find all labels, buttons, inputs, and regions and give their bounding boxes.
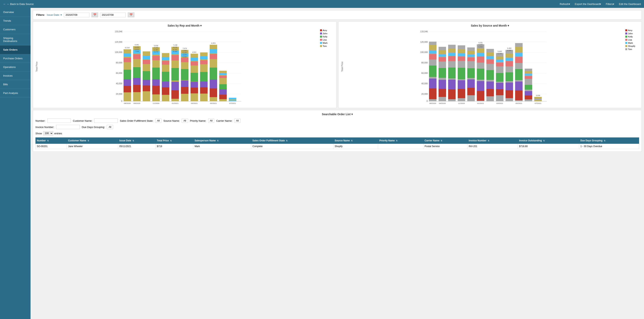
to-date-calendar-button[interactable]: 📅 [128,12,134,17]
legend-amy: Amy [320,29,334,31]
col-fulfillment-state[interactable]: Sales Order Fulfillment State ⇅ [251,138,334,144]
col-total-price[interactable]: Total Price ⇅ [156,138,193,144]
svg-rect-65 [172,90,179,99]
legend-amy-dot [320,29,322,31]
col-carrier-name[interactable]: Carrier Name ⇅ [423,138,468,144]
to-date-input[interactable] [100,12,126,17]
svg-rect-110 [219,84,227,90]
svg-text:100,000: 100,000 [115,51,122,53]
source-name-filter-button[interactable]: All [182,119,188,123]
svg-text:4,901: 4,901 [211,42,216,44]
sort-due-icon[interactable]: ⇅ [604,140,606,142]
sort-salesperson-icon[interactable]: ⇅ [217,140,218,142]
svg-rect-108 [219,73,227,75]
date-filter-label[interactable]: Issue Date: ▾ [47,13,62,16]
svg-rect-74 [181,58,188,62]
svg-text:7,596: 7,596 [135,50,139,52]
col-issue-date[interactable]: Issue Date ⇅ [118,138,156,144]
svg-rect-170 [467,68,475,78]
sort-number-icon[interactable]: ⇅ [47,140,49,142]
svg-rect-227 [524,95,532,99]
edit-button[interactable]: Edit the Dashboard [619,2,641,5]
svg-rect-153 [448,56,456,61]
chart1-container: Sales by Rep and Month ▾ Total Price 133… [33,21,336,108]
sort-carrier-icon[interactable]: ⇅ [441,140,442,142]
svg-text:120,000: 120,000 [420,41,428,43]
sort-source-icon[interactable]: ⇅ [351,140,352,142]
svg-text:9,260: 9,260 [183,54,187,56]
col-customer-name[interactable]: Customer Name ⇅ [67,138,118,144]
svg-rect-75 [181,69,188,80]
sort-invoice-icon[interactable]: ⇅ [488,140,489,142]
col-invoice-number[interactable]: Invoice Number ⇅ [468,138,518,144]
svg-text:08/2020: 08/2020 [124,102,131,104]
col-priority-name[interactable]: Priority Name ⇅ [378,138,423,144]
legend2-shopify: Shopify [625,45,639,47]
col-due-days[interactable]: Due Days Grouping ⇅ [579,138,639,144]
sidebar-customers-label: Customers [3,28,16,31]
svg-text:6,343: 6,343 [154,47,158,49]
sidebar-item-operations[interactable]: Operations [0,63,30,71]
svg-text:80,000: 80,000 [421,61,428,64]
customer-name-input[interactable] [94,119,118,123]
legend2-shopify-dot [625,45,627,47]
table-cell: Complete [251,144,334,149]
col-number[interactable]: Number ⇅ [36,138,67,144]
from-date-calendar-button[interactable]: 📅 [92,12,98,17]
legend2-amy: Amy [625,29,639,31]
svg-rect-191 [486,89,494,96]
sort-price-icon[interactable]: ⇅ [170,140,172,142]
svg-rect-160 [458,56,465,61]
refresh-button[interactable]: Refresh▾ [560,2,570,5]
sort-outstanding-icon[interactable]: ⇅ [543,140,545,142]
col-source-name[interactable]: Source Name ⇅ [334,138,378,144]
svg-rect-135 [429,51,436,53]
svg-rect-38 [143,60,150,64]
export-button[interactable]: Export the Dashboard▾ [575,2,601,5]
invoice-number-input[interactable] [56,125,80,129]
legend-mark-dot [320,42,322,44]
col-invoice-outstanding[interactable]: Invoice Outstanding ⇅ [518,138,579,144]
legend2-lisa-label: Lisa [628,39,632,41]
number-input[interactable] [47,119,71,123]
svg-text:01/2021: 01/2021 [172,102,178,104]
svg-text:09/2020: 09/2020 [439,102,446,104]
svg-rect-179 [477,91,484,101]
col-salesperson[interactable]: Salesperson Name ⇅ [193,138,251,144]
back-to-datasource[interactable]: ← ← Back to Data Source [3,2,34,5]
sidebar-item-purchaseorders[interactable]: Purchase Orders [0,54,30,63]
svg-rect-187 [486,56,494,59]
legend2-tom: Tom [625,48,639,50]
sort-priority-icon[interactable]: ⇅ [396,140,398,142]
sort-fulfillment-icon[interactable]: ⇅ [286,140,288,142]
legend-lisa-dot [320,39,322,41]
sidebar-item-partanalysis[interactable]: Part Analysis [0,89,30,97]
due-days-filter-button[interactable]: All [107,125,113,129]
chart2-title: Sales by Source and Month ▾ [341,24,639,27]
priority-filter-button[interactable]: All [208,119,214,123]
sidebar-item-invoices[interactable]: Invoices [0,71,30,80]
svg-rect-222 [524,71,532,73]
svg-rect-229 [534,99,542,100]
filters-button[interactable]: Filters▾ [606,2,614,5]
chart1-legend: Amy John Kelly Lisa [320,29,334,104]
sidebar-item-overview[interactable]: Overview [0,8,30,16]
sidebar-item-bills[interactable]: Bills [0,80,30,89]
show-count-select[interactable]: 100 25 50 [43,131,53,135]
svg-text:07/2021: 07/2021 [534,102,541,104]
back-label: ← Back to Data Source [7,2,34,5]
svg-text:9,331: 9,331 [478,42,482,44]
due-days-label: Due Days Grouping: [82,126,105,129]
carrier-filter-button[interactable]: All [234,119,240,123]
sidebar-item-saleorders[interactable]: Sale Orders [0,45,30,54]
sidebar-item-trends[interactable]: Trends [0,16,30,25]
sidebar-item-customers[interactable]: Customers [0,25,30,34]
svg-text:07/2021: 07/2021 [229,102,236,104]
chart2-ylabel: Total Price [341,29,343,104]
fulfillment-filter-button[interactable]: All [155,119,162,123]
sidebar-item-shipping[interactable]: Shipping Destinations [0,34,30,45]
sort-date-icon[interactable]: ⇅ [132,140,134,142]
from-date-input[interactable] [64,12,90,17]
sort-customer-icon[interactable]: ⇅ [88,140,89,142]
table-cell: Postal Service [423,144,468,149]
